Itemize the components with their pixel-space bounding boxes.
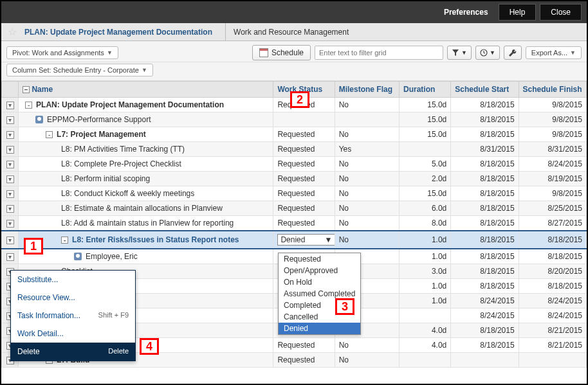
row-menu-toggle[interactable]: ▾ — [2, 186, 19, 201]
table-row[interactable]: ▾L8: Conduct Kickoff & weekly meetingsRe… — [2, 186, 587, 201]
table-row[interactable]: ▾EPPMO-Performance Support15.0d8/18/2015… — [2, 112, 587, 127]
row-menu-toggle[interactable]: ▾ — [2, 112, 19, 127]
work-status-cell[interactable]: Requested — [273, 127, 335, 142]
name-cell[interactable]: -L7: Project Management — [19, 127, 273, 142]
annotation-4: 4 — [140, 338, 159, 355]
row-menu-toggle[interactable]: ▾ — [2, 142, 19, 157]
finish-cell: 8/18/2015 — [519, 249, 586, 264]
work-status-cell[interactable]: Requested — [273, 353, 335, 368]
context-menu-item[interactable]: Task Information...Shift + F9 — [11, 307, 135, 325]
tree-toggle-icon[interactable]: - — [25, 102, 32, 109]
status-option[interactable]: Denied — [279, 323, 360, 334]
milestone-cell: No — [335, 157, 399, 172]
row-name-label: PLAN: Update Project Management Document… — [36, 100, 224, 109]
work-status-cell[interactable]: Requested — [273, 201, 335, 216]
toolbar-primary: Pivot: Work and Assignments▼ Schedule ▼ … — [1, 41, 587, 62]
help-button[interactable]: Help — [499, 4, 537, 21]
pivot-selector[interactable]: Pivot: Work and Assignments▼ — [6, 46, 118, 59]
duration-cell: 2.0d — [400, 172, 451, 186]
status-option[interactable]: On Hold — [279, 276, 360, 288]
row-menu-toggle[interactable]: ▾ — [2, 201, 19, 216]
work-status-cell[interactable]: Requested — [273, 142, 335, 157]
col-name[interactable]: − Name — [19, 82, 273, 98]
milestone-cell — [335, 112, 399, 127]
name-cell[interactable]: Employee, Eric — [19, 249, 273, 264]
tree-toggle-icon[interactable]: - — [61, 237, 68, 244]
work-status-cell[interactable]: Requested — [273, 172, 335, 186]
col-milestone[interactable]: Milestone Flag — [335, 82, 399, 98]
finish-cell: 8/24/2015 — [519, 294, 586, 309]
milestone-cell: No — [335, 338, 399, 353]
tree-toggle-icon[interactable]: - — [46, 131, 53, 138]
name-cell[interactable]: L8: Complete Pre-Project Checklist — [19, 157, 273, 172]
work-status-cell[interactable]: Requested — [273, 216, 335, 231]
work-status-cell[interactable]: Requested — [273, 157, 335, 172]
name-cell[interactable]: -L8: Enter Risks/Issues in Status Report… — [19, 231, 273, 249]
start-cell: 8/18/2015 — [451, 98, 519, 112]
table-row[interactable]: ▾-L7: Project ManagementRequestedNo15.0d… — [2, 127, 587, 142]
row-menu-toggle[interactable]: ▾ — [2, 127, 19, 142]
start-cell: 8/18/2015 — [451, 157, 519, 172]
name-cell[interactable]: L8: Perform initial scoping — [19, 172, 273, 186]
duration-cell: 15.0d — [400, 98, 451, 112]
col-schedule-finish[interactable]: Schedule Finish — [519, 82, 586, 98]
table-row[interactable]: ▾L8: Perform initial scopingRequestedNo2… — [2, 172, 587, 186]
status-option[interactable]: Open/Approved — [279, 265, 360, 276]
work-status-cell[interactable]: Requested — [273, 338, 335, 353]
name-cell[interactable]: L8: Estimate & maintain allocations in P… — [19, 201, 273, 216]
context-menu-item[interactable]: DeleteDelete — [11, 343, 135, 361]
settings-button[interactable] — [504, 46, 522, 60]
row-menu-toggle[interactable]: ▾ — [2, 98, 19, 112]
duration-cell: 5.0d — [400, 157, 451, 172]
name-cell[interactable]: EPPMO-Performance Support — [19, 112, 273, 127]
row-menu-toggle[interactable]: ▾ — [2, 231, 19, 249]
table-row[interactable]: ▾L8: PM Activities Time Tracking (TT)Req… — [2, 142, 587, 157]
name-cell[interactable]: -PLAN: Update Project Management Documen… — [19, 98, 273, 112]
finish-cell: 8/18/2015 — [519, 279, 586, 294]
row-menu-toggle[interactable]: ▾ — [2, 216, 19, 231]
export-button[interactable]: Export As...▼ — [526, 46, 582, 59]
work-status-dropdown[interactable]: RequestedOpen/ApprovedOn HoldAssumed Com… — [278, 253, 361, 335]
status-option[interactable]: Requested — [279, 253, 360, 265]
work-status-cell[interactable] — [273, 112, 335, 127]
table-row[interactable]: ▾L8: Estimate & maintain allocations in … — [2, 201, 587, 216]
start-cell: 8/18/2015 — [451, 172, 519, 186]
preferences-link[interactable]: Preferences — [437, 8, 495, 17]
context-menu-item[interactable]: Substitute... — [11, 271, 135, 289]
name-cell[interactable]: L8: Conduct Kickoff & weekly meetings — [19, 186, 273, 201]
filter-input[interactable] — [315, 46, 443, 60]
col-schedule-start[interactable]: Schedule Start — [451, 82, 519, 98]
work-status-select[interactable]: Denied▼ — [277, 234, 335, 246]
work-status-cell[interactable]: Denied▼ — [273, 231, 335, 249]
row-menu-header — [2, 82, 19, 98]
name-cell[interactable]: L8: PM Activities Time Tracking (TT) — [19, 142, 273, 157]
col-duration[interactable]: Duration — [400, 82, 451, 98]
name-cell[interactable]: L8: Add & maintain status in Planview fo… — [19, 216, 273, 231]
start-cell: 8/31/2015 — [451, 142, 519, 157]
context-menu-item[interactable]: Work Detail... — [11, 325, 135, 343]
row-menu-toggle[interactable]: ▾ — [2, 157, 19, 172]
schedule-button[interactable]: Schedule — [252, 45, 311, 60]
filter-button[interactable]: ▼ — [447, 46, 472, 60]
row-menu-toggle[interactable]: ▾ — [2, 249, 19, 264]
table-row[interactable]: ▾L8: Complete Pre-Project ChecklistReque… — [2, 157, 587, 172]
table-row[interactable]: ▾-L8: Enter Risks/Issues in Status Repor… — [2, 231, 587, 249]
row-context-menu[interactable]: Substitute...Resource View...Task Inform… — [10, 270, 136, 361]
finish-cell: 9/8/2015 — [519, 127, 586, 142]
annotation-3: 3 — [335, 298, 354, 315]
column-set-selector[interactable]: Column Set: Schedule Entry - Corporate▼ — [6, 64, 153, 76]
row-menu-toggle[interactable]: ▾ — [2, 172, 19, 186]
row-name-label: L8: Add & maintain status in Planview fo… — [61, 219, 234, 228]
history-button[interactable]: ▼ — [475, 46, 500, 60]
duration-cell: 15.0d — [400, 112, 451, 127]
close-button[interactable]: Close — [540, 4, 582, 21]
start-cell: 8/18/2015 — [451, 264, 519, 279]
favorite-star-icon[interactable]: ☆ — [8, 26, 21, 39]
table-row[interactable]: ▾L8: Add & maintain status in Planview f… — [2, 216, 587, 231]
context-menu-item[interactable]: Resource View... — [11, 289, 135, 307]
funnel-icon — [452, 49, 459, 57]
collapse-all-icon[interactable]: − — [23, 86, 30, 93]
menu-label: Resource View... — [17, 293, 75, 302]
work-status-cell[interactable]: Requested — [273, 186, 335, 201]
caret-down-icon: ▼ — [324, 235, 332, 244]
